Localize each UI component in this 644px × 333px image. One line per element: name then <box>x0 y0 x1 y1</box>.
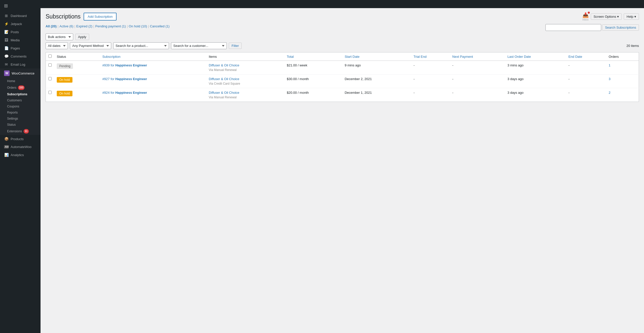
subscription-sort-link[interactable]: Subscription <box>102 55 121 59</box>
row-checkbox[interactable] <box>48 77 52 80</box>
total-sort-link[interactable]: Total <box>287 55 294 59</box>
orders-cell: 2 <box>606 88 639 102</box>
sidebar-sub-item-extensions[interactable]: Extensions 11 <box>0 128 41 135</box>
item-link[interactable]: Diffuser & Oil Choice <box>209 77 239 81</box>
date-filter-select[interactable]: All dates <box>46 42 68 49</box>
sidebar-item-email-log[interactable]: ✉ Email Log <box>0 60 41 68</box>
apply-button[interactable]: Apply <box>75 34 89 40</box>
sidebar-sub-item-home[interactable]: Home <box>0 78 41 84</box>
sidebar-item-label: Dashboard <box>11 14 27 18</box>
sidebar-sub-item-reports[interactable]: Reports <box>0 109 41 116</box>
status-badge: On hold <box>57 77 72 83</box>
orders-link[interactable]: 1 <box>609 63 611 67</box>
help-button[interactable]: Help ▾ <box>624 13 639 20</box>
table-row: Pending #939 for Happiness Engineer Diff… <box>46 61 639 75</box>
next-payment-column-header: Next Payment <box>450 52 505 61</box>
sidebar-sub-item-subscriptions[interactable]: Subscriptions <box>0 91 41 97</box>
end-date-column-header: End Date <box>566 52 606 61</box>
extensions-badge: 11 <box>24 129 29 134</box>
filter-cancelled[interactable]: Cancelled (1) <box>150 24 169 28</box>
row-checkbox[interactable] <box>48 91 52 94</box>
item-link[interactable]: Diffuser & Oil Choice <box>209 91 239 95</box>
screen-options-label: Screen Options <box>594 15 616 18</box>
last-order-date-sort-link[interactable]: Last Order Date <box>507 55 531 59</box>
filter-pending-payment[interactable]: Pending payment (1) <box>95 24 126 28</box>
trial-end-sort-link[interactable]: Trial End <box>413 55 427 59</box>
subscription-link[interactable]: #924 for Happiness Engineer <box>102 91 147 95</box>
sidebar-sub-item-status[interactable]: Status <box>0 122 41 128</box>
product-search-select[interactable]: Search for a product... <box>113 42 169 49</box>
orders-badge: 153 <box>18 85 25 90</box>
filter-active[interactable]: Active (6) <box>60 24 73 28</box>
start-date-sort-link[interactable]: Start Date <box>345 55 359 59</box>
woocommerce-icon: W <box>4 70 10 76</box>
products-icon: 📦 <box>4 137 9 141</box>
orders-link[interactable]: 3 <box>609 77 611 81</box>
filter-on-hold[interactable]: On hold (10) <box>129 24 147 28</box>
admin-bar <box>41 0 644 8</box>
orders-link[interactable]: 2 <box>609 91 611 95</box>
end-date-sort-link[interactable]: End Date <box>569 55 582 59</box>
bulk-actions-select[interactable]: Bulk actions <box>46 33 73 40</box>
next-payment-cell: - <box>450 75 505 88</box>
row-checkbox[interactable] <box>48 63 52 67</box>
sidebar-item-woocommerce[interactable]: W WooCommerce <box>0 68 41 78</box>
sidebar-item-pages[interactable]: 📄 Pages <box>0 44 41 52</box>
trial-end-cell: - <box>411 61 450 75</box>
sidebar-item-label: Jetpack <box>11 22 22 26</box>
sidebar-sub-label: Reports <box>7 111 18 114</box>
filter-all[interactable]: All (20) <box>46 24 56 28</box>
sidebar-sub-item-settings[interactable]: Settings <box>0 116 41 122</box>
comments-icon: 💬 <box>4 54 9 58</box>
select-all-header <box>46 52 54 61</box>
filter-button[interactable]: Filter <box>229 43 242 49</box>
sidebar-sub-label: Subscriptions <box>7 92 27 96</box>
inbox-button[interactable]: 📥 Inbox <box>582 12 589 21</box>
sidebar-sub-label: Customers <box>7 99 22 102</box>
orders-header-label: Orders <box>609 55 619 59</box>
sidebar-item-dashboard[interactable]: ⊞ Dashboard <box>0 12 41 20</box>
sidebar-sub-item-customers[interactable]: Customers <box>0 97 41 103</box>
start-date-cell: December 1, 2021 <box>342 88 411 102</box>
filter-expired[interactable]: Expired (2) <box>76 24 92 28</box>
search-subscriptions-input[interactable] <box>545 24 601 31</box>
add-subscription-button[interactable]: Add Subscription <box>84 13 117 21</box>
sidebar-item-jetpack[interactable]: ⚡ Jetpack <box>0 20 41 28</box>
next-payment-sort-link[interactable]: Next Payment <box>452 55 473 59</box>
table-body: Pending #939 for Happiness Engineer Diff… <box>46 61 639 102</box>
end-date-cell: - <box>566 61 606 75</box>
subscription-link[interactable]: #939 for Happiness Engineer <box>102 63 147 67</box>
dashboard-icon: ⊞ <box>4 14 9 18</box>
search-subscriptions-button[interactable]: Search Subscriptions <box>602 24 639 31</box>
analytics-icon: 📊 <box>4 153 9 157</box>
subscription-link[interactable]: #927 for Happiness Engineer <box>102 77 147 81</box>
sidebar-item-comments[interactable]: 💬 Comments <box>0 52 41 60</box>
select-all-checkbox[interactable] <box>48 54 52 58</box>
sidebar-item-label: Analytics <box>11 153 24 157</box>
sidebar: ⊞ ⊞ Dashboard ⚡ Jetpack 📝 Posts 🖼 Media … <box>0 0 41 333</box>
sidebar-item-analytics[interactable]: 📊 Analytics <box>0 151 41 159</box>
sidebar-item-label: Posts <box>11 30 19 34</box>
subscriptions-table: Status Subscription Items Total Start Da… <box>46 52 639 102</box>
sidebar-item-media[interactable]: 🖼 Media <box>0 36 41 44</box>
sidebar-sub-label: Settings <box>7 117 18 120</box>
sidebar-sub-label: Status <box>7 123 16 126</box>
sidebar-sub-item-orders[interactable]: Orders 153 <box>0 84 41 91</box>
items-count: 20 items <box>627 44 639 48</box>
item-link[interactable]: Diffuser & Oil Choice <box>209 63 239 67</box>
orders-cell: 3 <box>606 75 639 88</box>
start-date-cell: 9 mins ago <box>342 61 411 75</box>
subscription-cell: #924 for Happiness Engineer <box>100 88 206 102</box>
end-date-cell: - <box>566 88 606 102</box>
sidebar-item-posts[interactable]: 📝 Posts <box>0 28 41 36</box>
sidebar-sub-item-coupons[interactable]: Coupons <box>0 103 41 109</box>
sidebar-item-products[interactable]: 📦 Products <box>0 135 41 143</box>
total-cell: $21.00 / week <box>284 61 342 75</box>
search-subscriptions-wrap: Search Subscriptions <box>545 24 639 31</box>
screen-options-button[interactable]: Screen Options ▾ <box>591 13 622 20</box>
customer-search-select[interactable]: Search for a customer... <box>171 42 227 49</box>
next-payment-cell: - <box>450 88 505 102</box>
payment-method-select[interactable]: Any Payment Method <box>70 42 111 49</box>
sidebar-item-automatewoo[interactable]: AW AutomateWoo <box>0 143 41 151</box>
site-logo[interactable]: ⊞ <box>0 0 41 12</box>
